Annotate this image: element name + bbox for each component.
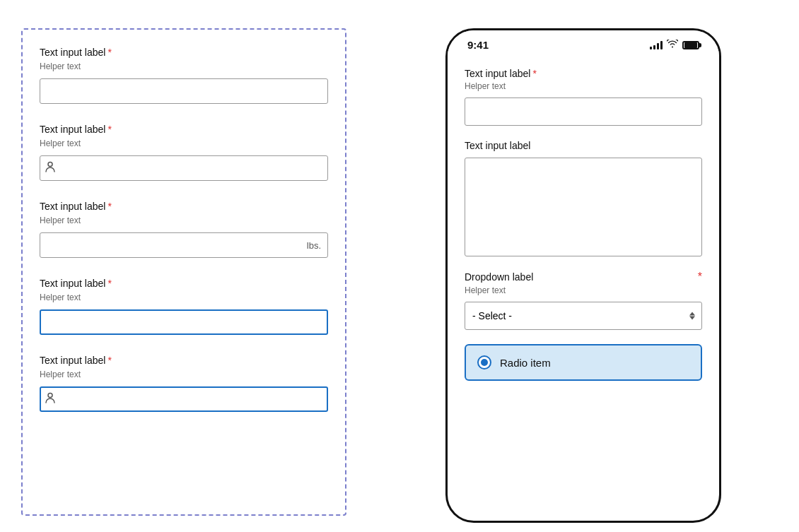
- status-time: 9:41: [467, 39, 489, 51]
- required-mark-3: *: [107, 201, 111, 212]
- status-icons: [650, 40, 699, 50]
- radio-label: Radio item: [500, 357, 551, 369]
- text-input-field-5[interactable]: [40, 386, 328, 412]
- phone-field-label-1: Text input label *: [465, 68, 702, 79]
- helper-text-2: Helper text: [40, 138, 328, 148]
- phone-dropdown-required: *: [698, 271, 702, 283]
- input-with-suffix-3: lbs.: [40, 232, 328, 258]
- field-label-5: Text input label *: [40, 355, 328, 366]
- text-input-1[interactable]: [40, 78, 328, 104]
- helper-text-5: Helper text: [40, 370, 328, 379]
- field-label-3: Text input label *: [40, 201, 328, 212]
- phone-required-1: *: [532, 68, 536, 79]
- phone-frame: 9:41: [445, 28, 721, 523]
- text-input-field-3[interactable]: [40, 232, 328, 258]
- left-panel: Text input label * Helper text Text inpu…: [21, 28, 346, 516]
- field-label-text-5: Text input label: [40, 355, 105, 366]
- field-group-4: Text input label * Helper text: [40, 278, 328, 335]
- battery-icon: [682, 41, 699, 49]
- required-mark-5: *: [107, 355, 111, 366]
- phone-field-group-2: Text input label: [465, 140, 702, 256]
- required-mark-1: *: [107, 47, 111, 58]
- signal-bar-2: [653, 45, 655, 49]
- radio-circle: [477, 355, 491, 370]
- phone-field-group-3: Dropdown label * Helper text - Select -: [465, 271, 702, 330]
- signal-bars-icon: [650, 41, 663, 49]
- phone-dropdown-label: Dropdown label: [465, 271, 533, 283]
- radio-circle-inner: [481, 359, 488, 366]
- field-group-1: Text input label * Helper text: [40, 47, 328, 104]
- required-mark-4: *: [107, 278, 111, 289]
- field-group-2: Text input label * Helper text: [40, 124, 328, 181]
- phone-select[interactable]: - Select -: [465, 302, 702, 330]
- required-mark-2: *: [107, 124, 111, 135]
- phone-field-label-2: Text input label: [465, 140, 702, 151]
- select-wrapper: - Select -: [465, 302, 702, 330]
- field-label-2: Text input label *: [40, 124, 328, 135]
- signal-bar-4: [660, 41, 663, 49]
- helper-text-1: Helper text: [40, 61, 328, 71]
- text-input-field-2[interactable]: [40, 155, 328, 181]
- field-group-3: Text input label * Helper text lbs.: [40, 201, 328, 258]
- phone-label-text-1: Text input label: [465, 68, 530, 79]
- wifi-icon: [667, 40, 678, 50]
- field-label-text-3: Text input label: [40, 201, 105, 212]
- text-input-field-1[interactable]: [46, 85, 322, 97]
- input-with-icon-2: [40, 155, 328, 181]
- phone-textarea-1[interactable]: [465, 158, 702, 256]
- phone-label-text-2: Text input label: [465, 140, 530, 151]
- phone-content: Text input label * Helper text Text inpu…: [448, 57, 719, 398]
- field-label-1: Text input label *: [40, 47, 328, 58]
- phone-status-bar: 9:41: [448, 30, 719, 57]
- field-group-5: Text input label * Helper text: [40, 355, 328, 412]
- right-panel: 9:41: [389, 28, 778, 523]
- field-label-text-4: Text input label: [40, 278, 105, 289]
- field-label-text-1: Text input label: [40, 47, 105, 58]
- phone-dropdown-label-text: Dropdown label: [465, 271, 533, 283]
- focused-input-with-icon-5: [40, 386, 328, 412]
- radio-item[interactable]: Radio item: [465, 344, 702, 381]
- text-input-field-4[interactable]: [40, 309, 328, 335]
- phone-dropdown-helper: Helper text: [465, 285, 702, 295]
- phone-helper-1: Helper text: [465, 81, 702, 91]
- signal-bar-3: [657, 43, 659, 49]
- battery-fill: [684, 42, 697, 48]
- signal-bar-1: [650, 47, 652, 49]
- phone-field-group-1: Text input label * Helper text: [465, 68, 702, 126]
- field-label-4: Text input label *: [40, 278, 328, 289]
- focused-input-wrapper-4: [40, 309, 328, 335]
- helper-text-3: Helper text: [40, 215, 328, 225]
- helper-text-4: Helper text: [40, 292, 328, 302]
- dropdown-header-row: Dropdown label *: [465, 271, 702, 283]
- phone-text-input-1[interactable]: [465, 97, 702, 126]
- field-label-text-2: Text input label: [40, 124, 105, 135]
